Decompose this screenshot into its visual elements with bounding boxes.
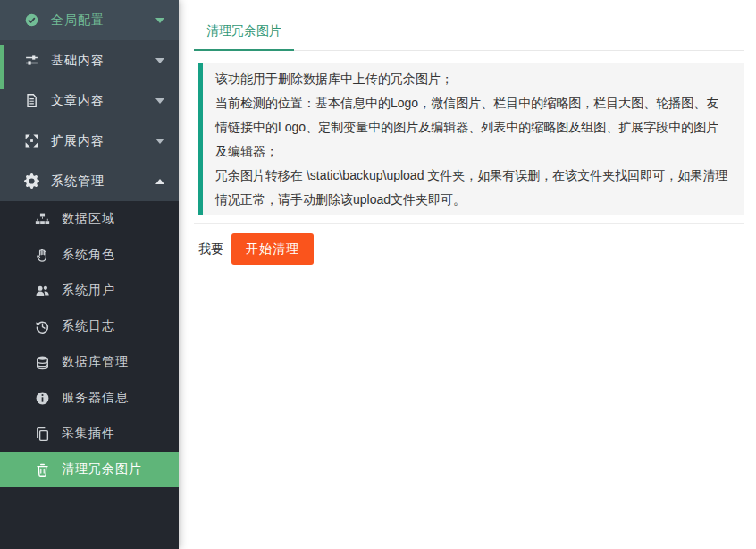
- gear-icon: [24, 173, 39, 189]
- sidebar-item-label: 数据区域: [62, 211, 115, 227]
- sidebar-subitem-data-region[interactable]: 数据区域: [0, 201, 179, 237]
- sidebar-menu: 全局配置基础内容文章内容扩展内容系统管理数据区域系统角色系统用户系统日志数据库管…: [0, 0, 179, 487]
- tab-strip: 清理冗余图片: [194, 0, 744, 51]
- sidebar-subitem-collect-plugin[interactable]: 采集插件: [0, 416, 179, 452]
- sidebar-item-label: 系统日志: [62, 318, 115, 334]
- sitemap-icon: [35, 212, 50, 227]
- document-icon: [24, 93, 39, 108]
- sidebar-item-basic-content[interactable]: 基础内容: [0, 40, 179, 80]
- trash-icon: [35, 462, 50, 477]
- sidebar-scrollbar-thumb[interactable]: [0, 45, 4, 89]
- sidebar-item-label: 系统角色: [62, 247, 115, 263]
- chevron-down-icon: [155, 18, 164, 23]
- sidebar-item-label: 全局配置: [51, 13, 105, 29]
- sidebar-item-label: 清理冗余图片: [62, 461, 142, 477]
- sidebar-item-global-config[interactable]: 全局配置: [0, 0, 179, 40]
- sidebar-item-label: 系统管理: [51, 173, 105, 190]
- sidebar-item-extended-content[interactable]: 扩展内容: [0, 121, 179, 161]
- start-clean-button[interactable]: 开始清理: [231, 233, 314, 265]
- sidebar-subitem-system-users[interactable]: 系统用户: [0, 273, 179, 308]
- section-divider: [194, 223, 744, 224]
- expand-arrows-icon: [24, 133, 39, 148]
- tab-clean-redundant-images[interactable]: 清理冗余图片: [194, 14, 294, 51]
- sidebar-item-label: 数据库管理: [62, 354, 129, 370]
- main-content: 清理冗余图片 该功能用于删除数据库中上传的冗余图片； 当前检测的位置：基本信息中…: [179, 0, 756, 549]
- notice-line: 冗余图片转移在 \static\backup\upload 文件夹，如果有误删，…: [215, 164, 731, 212]
- sidebar-subitem-system-logs[interactable]: 系统日志: [0, 308, 179, 344]
- sliders-icon: [24, 53, 39, 68]
- sidebar-item-label: 基础内容: [51, 53, 105, 69]
- copy-icon: [35, 427, 50, 442]
- database-icon: [35, 355, 50, 370]
- chevron-down-icon: [155, 139, 164, 144]
- chevron-down-icon: [155, 98, 164, 104]
- notice-box: 该功能用于删除数据库中上传的冗余图片； 当前检测的位置：基本信息中的Logo，微…: [198, 63, 744, 215]
- sidebar-item-system-manage[interactable]: 系统管理: [0, 161, 179, 201]
- info-circle-icon: [35, 391, 50, 406]
- history-icon: [35, 319, 50, 334]
- notice-line: 该功能用于删除数据库中上传的冗余图片；: [215, 67, 731, 91]
- hand-icon: [35, 248, 50, 263]
- sidebar-item-label: 系统用户: [62, 283, 115, 299]
- globe-icon: [24, 13, 39, 28]
- sidebar-subitem-system-roles[interactable]: 系统角色: [0, 237, 179, 273]
- sidebar-item-label: 采集插件: [62, 426, 115, 442]
- action-row: 我要 开始清理: [198, 233, 744, 265]
- sidebar-subitem-server-info[interactable]: 服务器信息: [0, 380, 179, 416]
- sidebar-subitem-database-manage[interactable]: 数据库管理: [0, 344, 179, 380]
- sidebar-item-label: 文章内容: [51, 93, 105, 109]
- users-icon: [35, 283, 50, 299]
- chevron-up-icon: [155, 179, 164, 184]
- action-prefix-label: 我要: [198, 241, 223, 258]
- sidebar-subitem-clean-redundant-images[interactable]: 清理冗余图片: [0, 452, 179, 487]
- notice-line: 当前检测的位置：基本信息中的Logo，微信图片、栏目中的缩略图，栏目大图、轮播图…: [215, 91, 731, 164]
- sidebar: 全局配置基础内容文章内容扩展内容系统管理数据区域系统角色系统用户系统日志数据库管…: [0, 0, 179, 549]
- sidebar-item-label: 扩展内容: [51, 133, 105, 149]
- sidebar-item-label: 服务器信息: [62, 390, 129, 406]
- sidebar-item-article-content[interactable]: 文章内容: [0, 80, 179, 121]
- chevron-down-icon: [155, 58, 164, 63]
